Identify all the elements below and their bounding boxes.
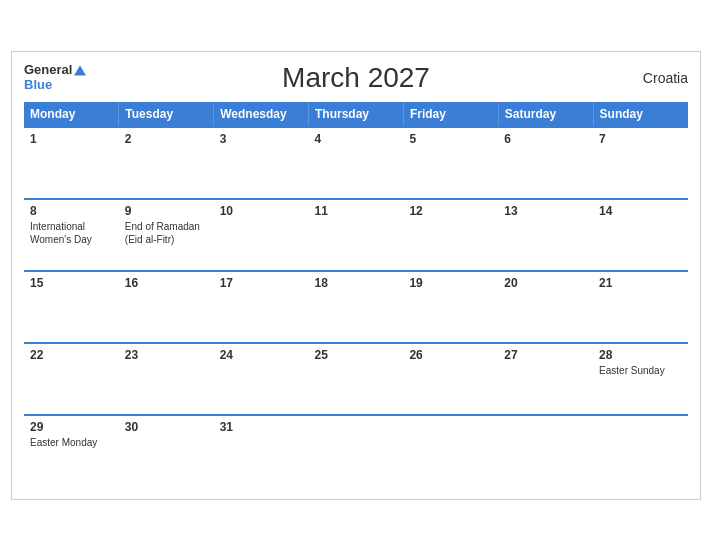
day-number: 14: [599, 204, 682, 218]
day-number: 11: [315, 204, 398, 218]
event-label: End of Ramadan (Eid al-Fitr): [125, 221, 200, 245]
calendar-cell: 1: [24, 127, 119, 199]
calendar-week-row: 22232425262728Easter Sunday: [24, 343, 688, 415]
calendar-cell: 16: [119, 271, 214, 343]
calendar-week-row: 8International Women's Day9End of Ramada…: [24, 199, 688, 271]
header-friday: Friday: [403, 102, 498, 127]
logo: General Blue: [24, 62, 86, 93]
day-number: 9: [125, 204, 208, 218]
day-number: 20: [504, 276, 587, 290]
calendar-cell: [403, 415, 498, 487]
day-number: 5: [409, 132, 492, 146]
calendar-cell: 26: [403, 343, 498, 415]
day-number: 3: [220, 132, 303, 146]
day-number: 19: [409, 276, 492, 290]
day-number: 8: [30, 204, 113, 218]
calendar-cell: 2: [119, 127, 214, 199]
day-number: 17: [220, 276, 303, 290]
calendar-cell: 3: [214, 127, 309, 199]
day-number: 2: [125, 132, 208, 146]
day-number: 28: [599, 348, 682, 362]
calendar-cell: 27: [498, 343, 593, 415]
day-number: 30: [125, 420, 208, 434]
calendar-cell: 15: [24, 271, 119, 343]
calendar-cell: 5: [403, 127, 498, 199]
header-monday: Monday: [24, 102, 119, 127]
calendar-week-row: 1234567: [24, 127, 688, 199]
calendar-cell: 12: [403, 199, 498, 271]
calendar-cell: 8International Women's Day: [24, 199, 119, 271]
header-saturday: Saturday: [498, 102, 593, 127]
header-sunday: Sunday: [593, 102, 688, 127]
day-number: 6: [504, 132, 587, 146]
day-number: 23: [125, 348, 208, 362]
day-number: 25: [315, 348, 398, 362]
calendar-cell: 30: [119, 415, 214, 487]
calendar-cell: 7: [593, 127, 688, 199]
day-number: 4: [315, 132, 398, 146]
country-label: Croatia: [643, 70, 688, 86]
calendar-cell: 6: [498, 127, 593, 199]
calendar-cell: 18: [309, 271, 404, 343]
event-label: Easter Sunday: [599, 365, 665, 376]
weekday-header-row: Monday Tuesday Wednesday Thursday Friday…: [24, 102, 688, 127]
day-number: 10: [220, 204, 303, 218]
calendar-cell: 10: [214, 199, 309, 271]
calendar-cell: [498, 415, 593, 487]
day-number: 12: [409, 204, 492, 218]
calendar-cell: 29Easter Monday: [24, 415, 119, 487]
calendar-cell: 14: [593, 199, 688, 271]
calendar-cell: 28Easter Sunday: [593, 343, 688, 415]
calendar-cell: 9End of Ramadan (Eid al-Fitr): [119, 199, 214, 271]
event-label: International Women's Day: [30, 221, 92, 245]
calendar-table: Monday Tuesday Wednesday Thursday Friday…: [24, 102, 688, 487]
month-title: March 2027: [282, 62, 430, 94]
day-number: 29: [30, 420, 113, 434]
calendar-cell: 23: [119, 343, 214, 415]
day-number: 16: [125, 276, 208, 290]
calendar-cell: 21: [593, 271, 688, 343]
calendar-header: General Blue March 2027 Croatia: [24, 62, 688, 94]
calendar-cell: 19: [403, 271, 498, 343]
calendar-cell: 24: [214, 343, 309, 415]
day-number: 22: [30, 348, 113, 362]
day-number: 13: [504, 204, 587, 218]
calendar-cell: 17: [214, 271, 309, 343]
header-thursday: Thursday: [309, 102, 404, 127]
day-number: 21: [599, 276, 682, 290]
calendar-container: General Blue March 2027 Croatia Monday T…: [11, 51, 701, 500]
header-wednesday: Wednesday: [214, 102, 309, 127]
calendar-cell: 11: [309, 199, 404, 271]
day-number: 15: [30, 276, 113, 290]
day-number: 27: [504, 348, 587, 362]
calendar-cell: 4: [309, 127, 404, 199]
calendar-cell: 25: [309, 343, 404, 415]
day-number: 7: [599, 132, 682, 146]
header-tuesday: Tuesday: [119, 102, 214, 127]
calendar-week-row: 15161718192021: [24, 271, 688, 343]
day-number: 26: [409, 348, 492, 362]
day-number: 1: [30, 132, 113, 146]
calendar-week-row: 29Easter Monday3031: [24, 415, 688, 487]
calendar-cell: 20: [498, 271, 593, 343]
day-number: 31: [220, 420, 303, 434]
calendar-cell: [593, 415, 688, 487]
calendar-cell: 22: [24, 343, 119, 415]
event-label: Easter Monday: [30, 437, 97, 448]
calendar-cell: 13: [498, 199, 593, 271]
day-number: 18: [315, 276, 398, 290]
day-number: 24: [220, 348, 303, 362]
calendar-cell: 31: [214, 415, 309, 487]
calendar-cell: [309, 415, 404, 487]
